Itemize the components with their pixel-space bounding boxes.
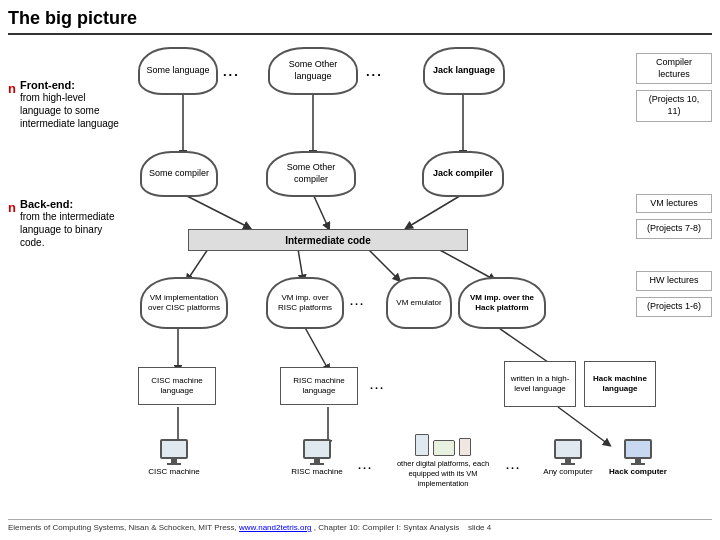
hack-stand <box>631 463 645 465</box>
dots-4: ... <box>370 379 385 391</box>
dots-2: ... <box>366 64 383 79</box>
other-platforms-icons <box>388 434 498 456</box>
svg-line-8 <box>368 249 398 279</box>
dots-1: ... <box>223 64 240 79</box>
frontend-desc: from high-level language to some interme… <box>20 91 124 130</box>
svg-line-3 <box>183 194 248 227</box>
backend-section: n Back-end: from the intermediate langua… <box>8 198 124 249</box>
footer-slide: slide 4 <box>468 523 491 532</box>
some-compiler-cloud: Some compiler <box>140 151 218 197</box>
compiler-lectures-label: Compiler lectures <box>636 53 712 84</box>
cisc-computer: CISC machine <box>140 439 208 476</box>
hack-monitor <box>624 439 652 459</box>
some-language-cloud: Some language <box>138 47 218 95</box>
svg-line-11 <box>303 324 328 369</box>
backend-bullet: n <box>8 200 16 215</box>
hw-lectures-label: HW lectures <box>636 271 712 291</box>
intermediate-code-banner: Intermediate code <box>188 229 468 251</box>
backend-text: Back-end: from the intermediate language… <box>20 198 124 249</box>
cisc-machine-lang-box: CISC machine language <box>138 367 216 405</box>
risc-stand <box>310 463 324 465</box>
any-computer: Any computer <box>534 439 602 476</box>
cisc-stand <box>167 463 181 465</box>
risc-computer: RISC machine <box>283 439 351 476</box>
svg-line-4 <box>313 194 328 227</box>
some-other-compiler-cloud: Some Other compiler <box>266 151 356 197</box>
page: The big picture n Front-end: from high-l… <box>0 0 720 540</box>
risc-monitor <box>303 439 331 459</box>
page-title: The big picture <box>8 8 712 35</box>
any-label: Any computer <box>543 467 592 476</box>
frontend-section: n Front-end: from high-level language to… <box>8 79 124 130</box>
diagram-area: Some language ... Some Other language ..… <box>128 39 632 517</box>
jack-language-cloud: Jack language <box>423 47 505 95</box>
diagram-wrapper: n Front-end: from high-level language to… <box>8 39 712 517</box>
any-stand <box>561 463 575 465</box>
vm-impl-risc-cloud: VM imp. over RISC platforms <box>266 277 344 329</box>
vm-emulator-cloud: VM emulator <box>386 277 452 329</box>
frontend-text: Front-end: from high-level language to s… <box>20 79 124 130</box>
vm-impl-hack-cloud: VM imp. over the Hack platform <box>458 277 546 329</box>
risc-machine-lang-box: RISC machine language <box>280 367 358 405</box>
footer: Elements of Computing Systems, Nisan & S… <box>8 519 712 532</box>
svg-line-9 <box>438 249 493 279</box>
device-icon <box>459 438 471 456</box>
hack-machine-lang-box: Hack machine language <box>584 361 656 407</box>
written-high-level-box: written in a high-level language <box>504 361 576 407</box>
section-labels: n Front-end: from high-level language to… <box>8 39 128 517</box>
cisc-label: CISC machine <box>148 467 200 476</box>
footer-suffix: , Chapter 10: Compiler I: Syntax Analysi… <box>314 523 459 532</box>
dots-5: ... <box>358 459 373 471</box>
projects-10-11-label: (Projects 10, 11) <box>636 90 712 121</box>
some-other-language-cloud: Some Other language <box>268 47 358 95</box>
other-platforms-icon: other digital platforms, each equipped w… <box>388 434 498 488</box>
footer-text: Elements of Computing Systems, Nisan & S… <box>8 523 237 532</box>
backend-heading: Back-end: <box>20 198 124 210</box>
projects-7-8-label: (Projects 7-8) <box>636 219 712 239</box>
dots-6: ... <box>506 459 521 471</box>
footer-url[interactable]: www.nand2tetris.org <box>239 523 311 532</box>
risc-label: RISC machine <box>291 467 343 476</box>
svg-line-6 <box>188 249 208 279</box>
vm-impl-cisc-cloud: VM implementation over CISC platforms <box>140 277 228 329</box>
backend-desc: from the intermediate language to binary… <box>20 210 124 249</box>
frontend-bullet: n <box>8 81 16 96</box>
frontend-heading: Front-end: <box>20 79 124 91</box>
svg-line-5 <box>408 194 463 227</box>
dots-3: ... <box>350 295 365 307</box>
vm-lectures-label: VM lectures <box>636 194 712 214</box>
hack-computer: Hack computer <box>604 439 672 476</box>
cisc-monitor <box>160 439 188 459</box>
tower-icon <box>415 434 429 456</box>
projects-1-6-label: (Projects 1-6) <box>636 297 712 317</box>
hack-label: Hack computer <box>609 467 667 476</box>
tv-icon <box>433 440 455 456</box>
jack-compiler-cloud: Jack compiler <box>422 151 504 197</box>
any-monitor <box>554 439 582 459</box>
svg-line-7 <box>298 249 303 279</box>
other-platforms-label: other digital platforms, each equipped w… <box>388 459 498 488</box>
